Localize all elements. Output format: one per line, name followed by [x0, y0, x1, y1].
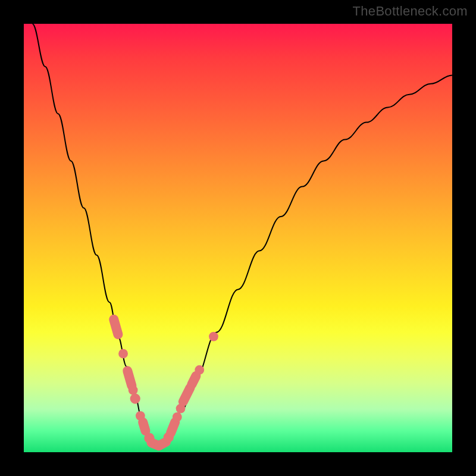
data-point-range [183, 388, 190, 402]
plot-area [24, 24, 452, 452]
data-point [130, 393, 140, 403]
bottleneck-curve [32, 24, 452, 446]
data-point [195, 365, 204, 375]
data-point-range [171, 422, 175, 433]
data-markers [114, 320, 218, 446]
chart-frame: TheBottleneck.com [0, 0, 476, 476]
data-point [209, 332, 218, 342]
data-point [173, 412, 182, 422]
data-point-range [114, 320, 118, 334]
curve-svg [24, 24, 452, 452]
data-point-range [192, 376, 196, 384]
watermark-text: TheBottleneck.com [353, 4, 468, 19]
data-point-range [159, 442, 166, 446]
data-point-range [143, 422, 145, 431]
data-point [129, 386, 138, 395]
data-point-range [127, 371, 131, 386]
data-point [118, 349, 128, 358]
